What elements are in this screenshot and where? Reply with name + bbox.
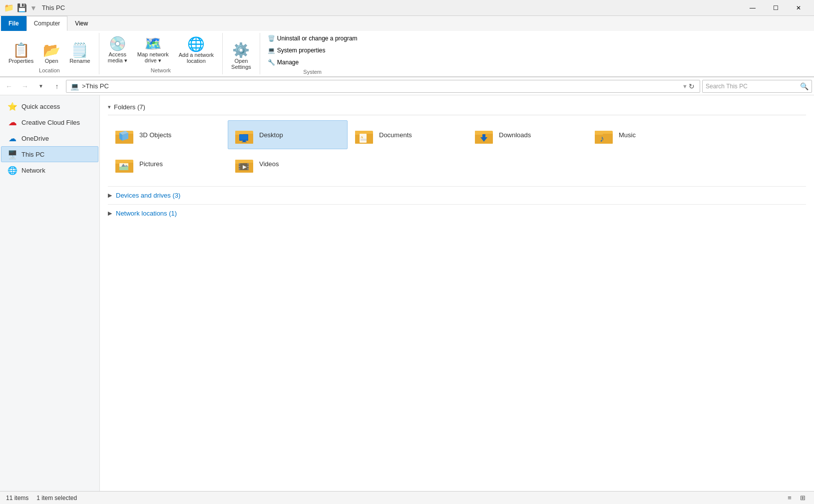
ribbon-group-location: 📋 Properties 📂 Open 🗒️ Rename Location [0,33,99,74]
folder-documents-name: Documents [379,131,412,139]
search-box[interactable]: Search This PC 🔍 [702,80,812,93]
manage-icon: 🔧 [268,59,275,66]
properties-button[interactable]: 📋 Properties [4,39,38,66]
folder-videos-name: Videos [259,160,279,168]
tab-computer[interactable]: Computer [26,16,68,31]
svg-rect-42 [239,168,240,170]
ribbon-group-settings: ⚙️ OpenSettings [223,33,260,74]
svg-rect-45 [247,168,249,170]
network-locations-chevron: ▶ [108,210,112,217]
list-view-button[interactable]: ≡ [784,493,795,504]
rename-label: Rename [69,58,90,64]
sidebar-item-quick-access[interactable]: ⭐ Quick access [1,98,98,114]
address-folder-icon: 💻 [70,82,79,90]
sidebar: ⭐ Quick access ☁ Creative Cloud Files ☁ … [0,95,100,491]
network-locations-section: ▶ Network locations (1) [108,204,806,222]
grid-view-button[interactable]: ⊞ [797,493,808,504]
open-button[interactable]: 📂 Open [39,39,64,66]
address-path: > [82,82,86,90]
maximize-button[interactable]: ☐ [764,0,787,16]
folder-3d-objects[interactable]: 3D Objects [108,120,228,149]
search-placeholder: Search This PC [706,83,748,90]
devices-chevron: ▶ [108,192,112,199]
folder-desktop[interactable]: Desktop [228,120,348,149]
folder-documents-icon: A [354,125,374,145]
this-pc-label: This PC [21,151,44,158]
address-box[interactable]: 💻 > This PC ▼ ↻ [66,80,700,93]
svg-rect-38 [235,160,243,164]
svg-rect-11 [243,141,246,142]
map-network-button[interactable]: 🗺️ Map networkdrive ▾ [133,33,173,66]
folder-3d-objects-icon [114,125,134,145]
sidebar-item-onedrive[interactable]: ☁ OneDrive [1,130,98,146]
close-button[interactable]: ✕ [787,0,810,16]
sidebar-item-this-pc[interactable]: 🖥️ This PC [1,146,98,162]
folders-section-header[interactable]: ▾ Folders (7) [108,100,806,115]
creative-cloud-icon: ☁ [7,117,17,127]
tab-file[interactable]: File [1,16,26,31]
address-dropdown-icon: ▼ [682,83,688,89]
status-bar: 11 items 1 item selected ≡ ⊞ [0,491,814,504]
minimize-button[interactable]: — [741,0,764,16]
manage-button[interactable]: 🔧 Manage [264,57,302,68]
properties-icon: 📋 [13,42,29,58]
sidebar-item-network[interactable]: 🌐 Network [1,162,98,178]
ribbon: File Computer View 📋 Properties 📂 Open 🗒… [0,16,814,77]
folder-documents[interactable]: A Documents [348,120,467,149]
folder-music-name: Music [619,131,636,139]
folder-music[interactable]: ♪ Music [587,120,707,149]
system-props-button[interactable]: 💻 System properties [264,45,329,56]
open-icon: 📂 [43,42,59,58]
svg-rect-43 [247,163,249,165]
settings-buttons: ⚙️ OpenSettings [227,33,256,72]
quick-access-icon: ⭐ [7,101,17,111]
creative-cloud-label: Creative Cloud Files [21,119,80,126]
rename-button[interactable]: 🗒️ Rename [65,39,95,66]
folder-pictures[interactable]: Pictures [108,149,228,178]
add-network-label: Add a networklocation [179,52,214,64]
folder-downloads-icon [474,125,494,145]
location-group-label: Location [4,66,95,74]
devices-section: ▶ Devices and drives (3) [108,186,806,204]
folders-chevron: ▾ [108,104,111,110]
folder-pictures-icon [114,154,134,174]
ribbon-group-network: 💿 Accessmedia ▾ 🗺️ Map networkdrive ▾ 🌐 … [99,33,223,74]
network-locations-header[interactable]: ▶ Network locations (1) [108,208,806,219]
refresh-button[interactable]: ↻ [688,82,696,90]
devices-section-header[interactable]: ▶ Devices and drives (3) [108,190,806,201]
window-title: This PC [42,4,65,11]
ribbon-group-system: 🗑️ Uninstall or change a program 💻 Syste… [260,33,365,74]
svg-rect-12 [242,142,247,142]
svg-text:♪: ♪ [600,134,604,144]
access-media-button[interactable]: 💿 Accessmedia ▾ [103,33,132,66]
quick-access-label: Quick access [21,103,60,110]
recent-locations-button[interactable]: ▼ [34,79,48,93]
uninstall-icon: 🗑️ [268,35,275,42]
folder-desktop-icon [234,125,254,145]
add-network-button[interactable]: 🌐 Add a networklocation [174,33,218,66]
system-group-label: System [264,68,361,76]
folder-pictures-name: Pictures [139,160,163,168]
system-props-label: System properties [277,47,326,54]
svg-rect-32 [119,167,128,170]
up-button[interactable]: ↑ [50,79,64,93]
devices-section-label: Devices and drives (3) [116,192,180,199]
folder-3d-objects-name: 3D Objects [139,131,171,139]
folder-downloads[interactable]: Downloads [467,120,587,149]
folder-music-icon: ♪ [594,125,614,145]
title-bar: 📁 💾 ▼ This PC — ☐ ✕ [0,0,814,16]
sidebar-item-creative-cloud[interactable]: ☁ Creative Cloud Files [1,114,98,130]
tab-view[interactable]: View [67,16,95,31]
open-settings-button[interactable]: ⚙️ OpenSettings [227,39,256,72]
uninstall-button[interactable]: 🗑️ Uninstall or change a program [264,33,361,44]
address-bar-row: ← → ▼ ↑ 💻 > This PC ▼ ↻ Search This PC 🔍 [0,77,814,95]
title-bar-icons: 📁 💾 ▼ [4,3,37,12]
back-button[interactable]: ← [2,79,16,93]
selected-info: 1 item selected [36,495,77,502]
folders-grid: 3D Objects Desktop [108,120,806,178]
folder-videos[interactable]: Videos [228,149,348,178]
access-media-icon: 💿 [109,35,125,51]
settings-label: OpenSettings [231,58,251,70]
title-bar-controls: — ☐ ✕ [741,0,810,16]
forward-button[interactable]: → [18,79,32,93]
